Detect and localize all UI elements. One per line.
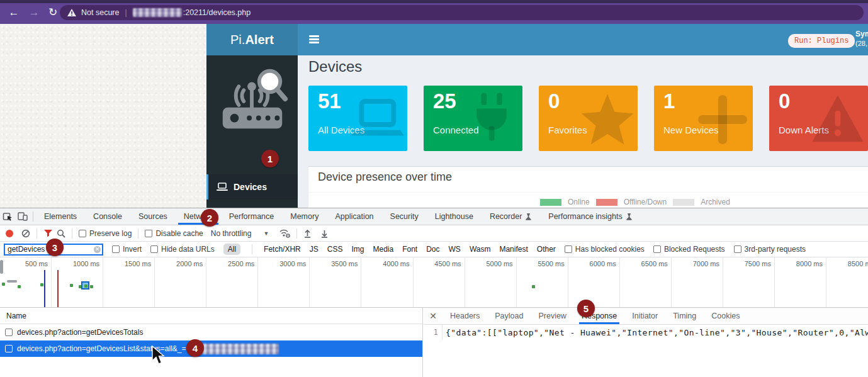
stat-card-all-devices[interactable]: 51 All Devices bbox=[308, 86, 407, 151]
checkbox-icon[interactable] bbox=[112, 245, 120, 253]
timeline-tick: 2500 ms bbox=[206, 257, 258, 308]
header-clipped-text: Sym (28, bbox=[855, 29, 868, 52]
filter-type-media[interactable]: Media bbox=[373, 245, 393, 254]
close-icon[interactable]: ✕ bbox=[424, 311, 442, 321]
tab-application[interactable]: Application bbox=[327, 208, 381, 225]
plug-ghost-icon bbox=[465, 92, 520, 147]
stat-card-new-devices[interactable]: 1 New Devices bbox=[654, 86, 753, 151]
clear-log-icon[interactable] bbox=[21, 229, 30, 238]
checkbox-icon[interactable] bbox=[653, 245, 661, 253]
throttling-dropdown[interactable]: No throttling ▼ bbox=[211, 229, 269, 238]
tab-console[interactable]: Console bbox=[85, 208, 130, 225]
checkbox-icon[interactable] bbox=[5, 329, 13, 336]
detail-tab-preview[interactable]: Preview bbox=[531, 308, 573, 324]
filter-type-doc[interactable]: Doc bbox=[426, 245, 439, 254]
devtools-panel: Elements Console Sources Network Perform… bbox=[0, 208, 868, 377]
header-clipped-line1: Sym bbox=[855, 29, 868, 39]
legend-label-archived: Archived bbox=[701, 198, 730, 206]
devtools-tab-bar: Elements Console Sources Network Perform… bbox=[0, 208, 868, 225]
overview-drag-handle[interactable] bbox=[0, 260, 3, 274]
checkbox-icon[interactable] bbox=[5, 345, 13, 352]
filter-icon[interactable] bbox=[43, 229, 53, 237]
checkbox-icon[interactable] bbox=[79, 230, 86, 237]
timeline-tick: 7000 ms bbox=[672, 257, 723, 308]
filter-type-all[interactable]: All bbox=[223, 244, 240, 255]
filter-type-other[interactable]: Other bbox=[537, 245, 556, 254]
clear-filter-icon[interactable]: ✕ bbox=[94, 246, 101, 253]
filter-type-ws[interactable]: WS bbox=[449, 245, 461, 254]
stat-value: 25 bbox=[433, 89, 456, 113]
tab-security[interactable]: Security bbox=[382, 208, 427, 225]
detail-tab-headers[interactable]: Headers bbox=[442, 308, 487, 324]
import-har-icon[interactable] bbox=[303, 229, 312, 238]
response-body-line[interactable]: 1 {"data":[["laptop","Net - Huawei","Int… bbox=[424, 325, 868, 340]
tab-performance-insights[interactable]: Performance insights bbox=[540, 208, 640, 225]
stat-card-connected[interactable]: 25 Connected bbox=[424, 86, 522, 151]
router-scanner-icon bbox=[215, 64, 290, 138]
invert-checkbox[interactable]: Invert bbox=[112, 245, 142, 254]
request-row-selected[interactable]: devices.php?action=getDevicesList&status… bbox=[0, 340, 422, 357]
filter-type-fetch-xhr[interactable]: Fetch/XHR bbox=[264, 245, 301, 254]
run-plugins-button[interactable]: Run: Plugins bbox=[788, 34, 855, 48]
tab-recorder[interactable]: Recorder bbox=[482, 208, 540, 225]
has-blocked-cookies-checkbox[interactable]: Has blocked cookies bbox=[565, 245, 645, 254]
filter-type-js[interactable]: JS bbox=[310, 245, 318, 254]
third-party-requests-checkbox[interactable]: 3rd-party requests bbox=[734, 245, 806, 254]
stat-value: 1 bbox=[663, 89, 675, 113]
network-toolbar: Preserve log Disable cache No throttling… bbox=[0, 225, 868, 242]
search-icon[interactable] bbox=[57, 229, 65, 238]
detail-tab-initiator[interactable]: Initiator bbox=[624, 308, 665, 324]
reload-icon[interactable]: ↻ bbox=[46, 6, 60, 20]
request-row[interactable]: devices.php?action=getDevicesTotals bbox=[0, 324, 422, 340]
filter-type-css[interactable]: CSS bbox=[327, 245, 343, 254]
request-detail-panel: ✕ Headers Payload Preview Response Initi… bbox=[424, 308, 868, 377]
checkbox-icon[interactable] bbox=[734, 245, 741, 253]
checkbox-icon[interactable] bbox=[565, 245, 572, 253]
export-har-icon[interactable] bbox=[320, 229, 329, 238]
not-secure-warning-icon bbox=[67, 9, 76, 16]
filter-type-manifest[interactable]: Manifest bbox=[499, 245, 527, 254]
app-header: Pi.Alert Run: Plugins Sym (28, bbox=[206, 24, 868, 55]
app-logo[interactable]: Pi.Alert bbox=[206, 24, 298, 55]
redacted-host bbox=[133, 8, 182, 17]
tab-performance-insights-label: Performance insights bbox=[548, 212, 622, 221]
disable-cache-checkbox[interactable]: Disable cache bbox=[145, 229, 203, 238]
back-icon[interactable]: ← bbox=[7, 6, 21, 20]
tab-performance[interactable]: Performance bbox=[221, 208, 283, 225]
blocked-requests-label: Blocked Requests bbox=[664, 245, 725, 254]
detail-tab-cookies[interactable]: Cookies bbox=[704, 308, 747, 324]
tab-sources[interactable]: Sources bbox=[130, 208, 176, 225]
network-overview-timeline[interactable]: 500 ms 1000 ms 1500 ms 2000 ms 2500 ms 3… bbox=[0, 257, 868, 308]
device-toolbar-icon[interactable] bbox=[15, 208, 30, 225]
filter-type-font[interactable]: Font bbox=[402, 245, 417, 254]
url-text: :20211/devices.php bbox=[183, 8, 251, 17]
sidebar-item-devices[interactable]: Devices bbox=[206, 174, 298, 200]
third-party-requests-label: 3rd-party requests bbox=[745, 245, 806, 254]
annotation-step-5: 5 bbox=[577, 300, 595, 317]
forward-icon[interactable]: → bbox=[27, 6, 41, 20]
sidebar-toggle-icon[interactable] bbox=[309, 35, 319, 44]
browser-toolbar: ← → ↻ Not secure | :20211/devices.php bbox=[0, 0, 868, 24]
filter-type-img[interactable]: Img bbox=[351, 245, 364, 254]
record-button[interactable] bbox=[5, 229, 14, 238]
request-list-header[interactable]: Name bbox=[0, 308, 422, 324]
tab-lighthouse[interactable]: Lighthouse bbox=[427, 208, 482, 225]
filter-type-wasm[interactable]: Wasm bbox=[470, 245, 491, 254]
timeline-tick: 5000 ms bbox=[465, 257, 517, 308]
stat-value: 51 bbox=[318, 89, 341, 113]
tab-elements[interactable]: Elements bbox=[36, 208, 85, 225]
detail-tab-payload[interactable]: Payload bbox=[487, 308, 531, 324]
network-conditions-icon[interactable] bbox=[279, 228, 290, 238]
hide-data-urls-checkbox[interactable]: Hide data URLs bbox=[150, 245, 215, 254]
stat-card-down-alerts[interactable]: 0 Down Alerts bbox=[769, 86, 868, 151]
detail-tab-timing[interactable]: Timing bbox=[665, 308, 704, 324]
blocked-requests-checkbox[interactable]: Blocked Requests bbox=[653, 245, 725, 254]
network-filter-bar: ✕ Invert Hide data URLs All Fetch/XHR JS… bbox=[0, 242, 868, 257]
tab-memory[interactable]: Memory bbox=[282, 208, 327, 225]
preserve-log-checkbox[interactable]: Preserve log bbox=[79, 229, 132, 238]
checkbox-icon[interactable] bbox=[145, 230, 152, 237]
stat-card-favorites[interactable]: 0 Favorites bbox=[539, 86, 638, 151]
inspect-element-icon[interactable] bbox=[0, 208, 15, 225]
address-bar[interactable]: Not secure | :20211/devices.php bbox=[60, 5, 864, 20]
checkbox-icon[interactable] bbox=[150, 245, 158, 253]
